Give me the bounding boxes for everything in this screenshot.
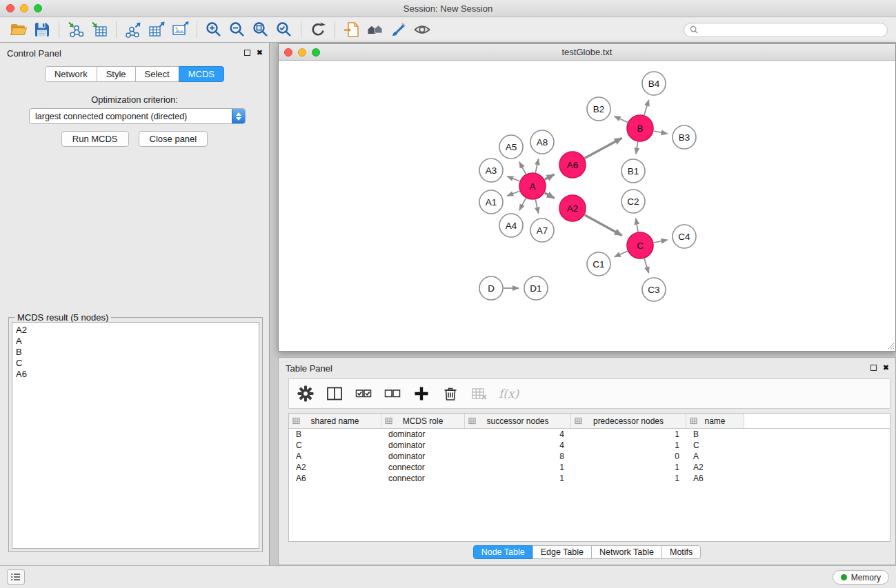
search-box[interactable] xyxy=(684,23,888,37)
resize-grip[interactable] xyxy=(887,343,895,350)
cell-mcds-role[interactable]: dominator xyxy=(381,440,465,450)
cell-name[interactable]: C xyxy=(686,440,744,450)
network-node-B2[interactable]: B2 xyxy=(587,97,610,121)
table-row[interactable]: Bdominator41B xyxy=(289,429,890,440)
export-document-button[interactable] xyxy=(340,19,364,41)
network-edge-A6-B[interactable] xyxy=(585,138,622,158)
search-input[interactable] xyxy=(702,25,882,34)
network-node-A1[interactable]: A1 xyxy=(479,190,503,214)
tab-network-table[interactable]: Network Table xyxy=(591,545,662,559)
cell-successor-nodes[interactable]: 1 xyxy=(465,463,571,472)
network-zoom-button[interactable] xyxy=(312,48,320,57)
zoom-fit-content-button[interactable] xyxy=(249,19,272,41)
cell-predecessor-nodes[interactable]: 0 xyxy=(571,452,686,461)
cell-successor-nodes[interactable]: 1 xyxy=(465,474,571,483)
network-node-A2[interactable]: A2 xyxy=(559,195,586,221)
mcds-result-item[interactable]: B xyxy=(16,347,255,358)
export-network-button[interactable] xyxy=(121,19,145,41)
network-node-A7[interactable]: A7 xyxy=(530,219,554,242)
network-edge-B-B1[interactable] xyxy=(636,142,638,154)
network-node-A8[interactable]: A8 xyxy=(530,130,554,154)
table-row[interactable]: Adominator80A xyxy=(289,451,890,462)
create-column-button[interactable] xyxy=(412,383,431,405)
network-close-button[interactable] xyxy=(284,48,292,57)
table-row[interactable]: A2connector11A2 xyxy=(289,462,890,473)
mcds-result-item[interactable]: A xyxy=(16,336,255,347)
cell-successor-nodes[interactable]: 4 xyxy=(465,429,571,439)
select-all-rows-button[interactable] xyxy=(354,383,373,405)
zoom-window-button[interactable] xyxy=(34,4,42,12)
cell-name[interactable]: B xyxy=(686,429,744,439)
cell-name[interactable]: A2 xyxy=(686,463,744,472)
network-node-B3[interactable]: B3 xyxy=(673,125,696,149)
cell-shared-name[interactable]: C xyxy=(289,440,381,450)
network-edge-A-A6[interactable] xyxy=(545,174,555,180)
network-canvas[interactable]: B4B2BB3A8A5A6A3B1AC2A1A2A4A7C4CC1DD1C3 xyxy=(279,61,895,351)
hide-panel-button[interactable] xyxy=(7,569,25,585)
cell-shared-name[interactable]: A6 xyxy=(289,474,381,483)
network-node-B1[interactable]: B1 xyxy=(621,159,645,183)
annotation-brush-button[interactable] xyxy=(387,19,410,41)
cell-mcds-role[interactable]: dominator xyxy=(381,429,465,439)
mcds-result-item[interactable]: A2 xyxy=(16,325,255,336)
network-node-A6[interactable]: A6 xyxy=(559,152,586,178)
network-edge-B-B2[interactable] xyxy=(615,116,628,123)
network-node-C2[interactable]: C2 xyxy=(621,190,645,213)
cell-predecessor-nodes[interactable]: 1 xyxy=(571,429,686,439)
zoom-in-button[interactable] xyxy=(202,19,226,41)
zoom-selected-region-button[interactable] xyxy=(272,19,296,41)
network-edge-A-A1[interactable] xyxy=(507,191,519,196)
network-node-B4[interactable]: B4 xyxy=(642,72,666,95)
network-node-D[interactable]: D xyxy=(479,276,503,300)
network-edge-B-B4[interactable] xyxy=(644,100,649,115)
network-edge-C-C3[interactable] xyxy=(644,258,649,273)
cell-shared-name[interactable]: B xyxy=(289,429,381,439)
cell-predecessor-nodes[interactable]: 1 xyxy=(571,463,686,472)
mcds-result-list[interactable]: A2ABCA6 xyxy=(12,322,259,549)
column-header-name[interactable]: name xyxy=(686,414,744,428)
network-node-A4[interactable]: A4 xyxy=(499,214,523,237)
import-table-from-file-button[interactable] xyxy=(88,19,111,41)
optimization-criterion-select[interactable]: largest connected component (directed) xyxy=(29,108,246,124)
network-edge-B-B3[interactable] xyxy=(654,131,668,134)
import-network-from-file-button[interactable] xyxy=(64,19,88,41)
show-columns-button[interactable] xyxy=(325,383,344,405)
cell-successor-nodes[interactable]: 4 xyxy=(465,440,571,450)
apply-preferred-layout-button[interactable] xyxy=(306,19,330,41)
column-header-shared-name[interactable]: shared name xyxy=(289,414,381,428)
export-image-button[interactable] xyxy=(168,19,192,41)
network-edge-A-A5[interactable] xyxy=(519,162,526,174)
cell-mcds-role[interactable]: dominator xyxy=(381,452,465,461)
tab-style[interactable]: Style xyxy=(97,66,136,82)
network-node-C1[interactable]: C1 xyxy=(587,252,610,276)
network-node-C3[interactable]: C3 xyxy=(642,278,666,301)
close-table-panel-icon[interactable]: ✖ xyxy=(883,364,889,372)
network-edge-A-A7[interactable] xyxy=(535,200,538,214)
cell-shared-name[interactable]: A2 xyxy=(289,463,381,472)
memory-button[interactable]: Memory xyxy=(833,570,889,585)
network-edge-C-C1[interactable] xyxy=(615,251,628,257)
close-window-button[interactable] xyxy=(6,4,14,12)
cell-predecessor-nodes[interactable]: 1 xyxy=(571,440,686,450)
network-edge-A-A3[interactable] xyxy=(507,176,519,181)
zoom-out-button[interactable] xyxy=(226,19,249,41)
deselect-all-rows-button[interactable] xyxy=(383,383,402,405)
cell-mcds-role[interactable]: connector xyxy=(381,463,465,472)
tab-motifs[interactable]: Motifs xyxy=(661,545,701,559)
save-session-button[interactable] xyxy=(30,19,54,41)
tab-edge-table[interactable]: Edge Table xyxy=(532,545,592,559)
minimize-window-button[interactable] xyxy=(20,4,28,12)
cell-predecessor-nodes[interactable]: 1 xyxy=(571,474,686,483)
mcds-result-item[interactable]: C xyxy=(16,358,255,369)
open-file-button[interactable] xyxy=(7,19,30,41)
network-edge-A2-C[interactable] xyxy=(585,215,622,236)
function-builder-button[interactable]: f(x) xyxy=(499,387,519,401)
network-node-A5[interactable]: A5 xyxy=(499,135,523,159)
table-row[interactable]: Cdominator41C xyxy=(289,440,890,451)
network-node-B[interactable]: B xyxy=(627,115,653,141)
delete-columns-button[interactable] xyxy=(441,383,460,405)
tab-network[interactable]: Network xyxy=(45,66,97,82)
network-node-D1[interactable]: D1 xyxy=(524,276,548,300)
close-panel-icon[interactable]: ✖ xyxy=(257,49,263,57)
float-table-panel-button[interactable] xyxy=(870,365,877,371)
